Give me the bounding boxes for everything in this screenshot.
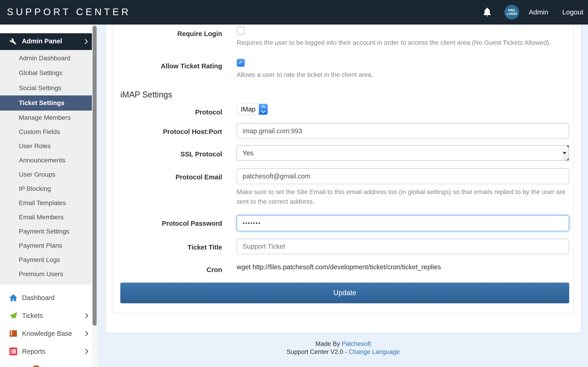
cron-label: Cron	[112, 265, 222, 274]
protocol-host-input[interactable]: imap.gmail.com:993	[237, 123, 569, 139]
protocol-email-label: Protocol Email	[112, 173, 222, 182]
allow-ticket-rating-label: Allow Ticket Rating	[112, 61, 222, 71]
sidebar-item-user-groups[interactable]: User Groups	[0, 167, 92, 182]
top-navbar: SUPPORT CENTER PRO LOGIN Admin Logout	[0, 0, 588, 25]
partial-menu-icon	[32, 365, 40, 367]
sidebar-item-dashboard[interactable]: Dashboard	[0, 290, 92, 306]
ssl-protocol-value: Yes	[242, 146, 253, 160]
sidebar-item-knowledge-base[interactable]: Knowledge Base	[0, 325, 92, 342]
sidebar-item-user-roles[interactable]: User Roles	[0, 139, 92, 153]
sidebar-item-social-settings[interactable]: Social Settings	[0, 81, 92, 95]
protocol-email-input[interactable]: patchesoft@gmail.com	[237, 168, 569, 184]
footer-made-by: Made By Patchesoft	[106, 340, 581, 348]
sidebar-item-custom-fields[interactable]: Custom Fields	[0, 125, 92, 139]
sidebar-item-ip-blocking[interactable]: IP Blocking	[0, 182, 92, 196]
protocol-select-value: IMap	[237, 104, 259, 115]
update-button[interactable]: Update	[120, 283, 569, 303]
sidebar-item-announcements[interactable]: Announcements	[0, 153, 92, 167]
page: Require Login Requires the user to be lo…	[0, 0, 588, 367]
sidebar-item-tickets[interactable]: Tickets	[0, 308, 92, 324]
chevron-right-icon	[83, 331, 88, 336]
admin-panel-label: Admin Panel	[22, 37, 62, 45]
protocol-select[interactable]: IMap	[237, 104, 268, 115]
ticket-title-input[interactable]: Support Ticket	[237, 239, 569, 254]
report-icon	[9, 348, 17, 355]
wrench-icon	[9, 38, 17, 45]
protocol-email-description: Make sure to set the Site Email to this …	[237, 187, 574, 206]
sidebar: Admin Panel Admin DashboardGlobal Settin…	[0, 25, 92, 367]
paper-plane-icon	[9, 312, 17, 319]
sidebar-item-global-settings[interactable]: Global Settings	[0, 66, 92, 80]
chevron-right-icon	[83, 313, 88, 318]
sidebar-item-manage-members[interactable]: Manage Members	[0, 110, 92, 125]
home-icon	[9, 294, 17, 302]
change-language-link[interactable]: Change Language	[349, 348, 400, 355]
imap-settings-heading: iMAP Settings	[120, 90, 172, 100]
sidebar-scrollbar-thumb[interactable]	[93, 26, 97, 326]
sidebar-item-payment-settings[interactable]: Payment Settings	[0, 224, 92, 239]
protocol-label: Protocol	[112, 108, 222, 117]
require-login-description: Requires the user to be logged into thei…	[237, 38, 551, 48]
protocol-password-label: Protocol Password	[112, 219, 222, 228]
sidebar-item-reports[interactable]: Reports	[0, 343, 92, 359]
patchesoft-link[interactable]: Patchesoft	[342, 340, 371, 347]
app-title: SUPPORT CENTER	[7, 6, 131, 17]
footer-version: Support Center V2.0 - Change Language	[106, 348, 581, 356]
pro-login-badge[interactable]: PRO LOGIN	[504, 5, 519, 19]
sidebar-item-email-templates[interactable]: Email Templates	[0, 196, 92, 210]
protocol-password-input[interactable]: •••••••	[237, 215, 569, 231]
sidebar-item-admin-panel[interactable]: Admin Panel	[0, 33, 92, 50]
ssl-protocol-select[interactable]: Yes	[237, 145, 569, 161]
allow-ticket-rating-checkbox[interactable]	[237, 59, 245, 67]
protocol-host-label: Protocol Host:Port	[112, 127, 222, 136]
sidebar-item-ticket-settings[interactable]: Ticket Settings	[0, 95, 92, 110]
sidebar-item-payment-logs[interactable]: Payment Logs	[0, 253, 92, 267]
sidebar-scrollbar-track	[92, 25, 97, 367]
logout-link[interactable]: Logout	[562, 8, 583, 16]
select-stepper-icon	[259, 104, 268, 115]
sidebar-item-premium-users[interactable]: Premium Users	[0, 267, 92, 281]
chevron-right-icon	[83, 39, 88, 44]
dropdown-arrow-icon	[563, 152, 566, 154]
book-icon	[9, 330, 17, 337]
cron-command: wget http://files.patchesoft.com/develop…	[237, 262, 441, 272]
sidebar-item-payment-plans[interactable]: Payment Plans	[0, 239, 92, 253]
ssl-protocol-label: SSL Protocol	[112, 150, 222, 159]
require-login-label: Require Login	[112, 29, 222, 38]
ticket-title-label: Ticket Title	[112, 243, 222, 252]
sidebar-item-admin-dashboard[interactable]: Admin Dashboard	[0, 51, 92, 65]
allow-ticket-rating-description: Allows a user to rate the ticket in the …	[237, 70, 373, 80]
admin-menu-link[interactable]: Admin	[529, 8, 548, 16]
chevron-right-icon	[83, 349, 88, 354]
sidebar-item-email-members[interactable]: Email Members	[0, 210, 92, 224]
require-login-checkbox[interactable]	[237, 27, 245, 35]
notifications-bell-icon[interactable]	[482, 7, 493, 17]
footer: Made By Patchesoft Support Center V2.0 -…	[106, 340, 581, 356]
